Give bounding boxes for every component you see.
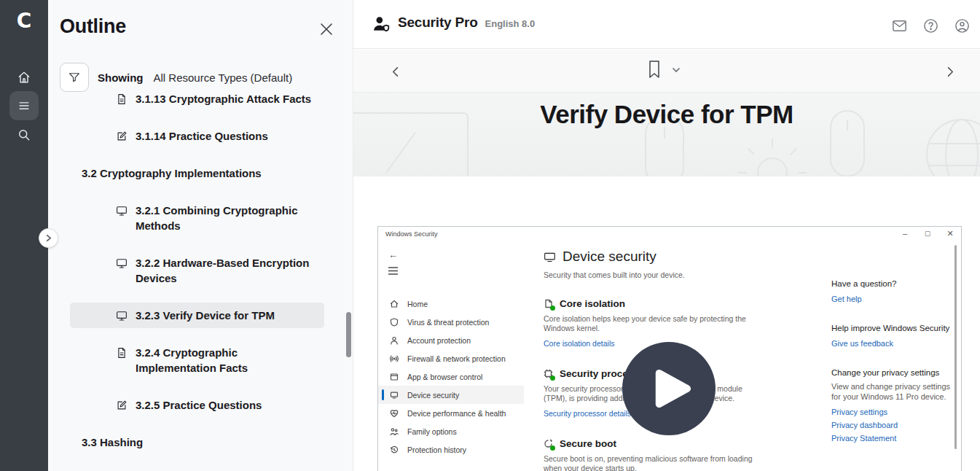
aside-link[interactable]: Privacy Statement [831, 432, 952, 445]
video-icon [115, 255, 129, 270]
section-title: Secure boot [560, 438, 616, 449]
minimize-icon[interactable]: – [900, 228, 910, 238]
outline-item-label: 3.2.4 Cryptographic Implementation Facts [136, 345, 320, 375]
aside-title: Have a question? [831, 279, 952, 288]
aside-link[interactable]: Get help [831, 292, 952, 305]
course-version: English 8.0 [485, 18, 536, 29]
app-window: C Outline Showing All Resource Types (De… [0, 0, 980, 471]
outline-panel: Outline Showing All Resource Types (Defa… [48, 0, 353, 471]
maximize-icon[interactable]: ▢ [922, 228, 933, 238]
winsec-nav-label: Firewall & network protection [407, 354, 506, 363]
aside-group: Change your privacy settingsView and cha… [831, 368, 952, 445]
outline-item[interactable]: 3.1.13 Cryptographic Attack Facts [70, 92, 324, 112]
previous-lesson-icon[interactable] [385, 61, 406, 82]
bookmark-icon[interactable] [647, 60, 662, 82]
home-icon [390, 299, 399, 308]
outline-item[interactable]: 3.2.1 Combining Cryptographic Methods [70, 198, 324, 238]
outline-item-label: 3.1.13 Cryptographic Attack Facts [136, 92, 311, 106]
section-link[interactable]: Security processor details [544, 409, 631, 418]
help-icon[interactable] [921, 16, 940, 35]
security-processor-icon [544, 369, 554, 379]
close-icon[interactable] [318, 20, 335, 38]
winsec-nav-home[interactable]: Home [378, 295, 524, 313]
section-body: Core isolation helps keep your device sa… [544, 314, 756, 332]
main-area: Security Pro English 8.0 [353, 0, 980, 471]
winsec-nav-virus-threat-protection[interactable]: Virus & threat protection [378, 313, 524, 331]
outline-scrollbar[interactable] [346, 312, 351, 357]
winsec-section-secure-boot: Secure bootSecure boot is on, preventing… [544, 438, 756, 471]
outline-list: 3.1.13 Cryptographic Attack Facts3.1.14 … [48, 92, 353, 471]
window-titlebar: Windows Security – ▢ ✕ [378, 227, 961, 242]
filter-value[interactable]: All Resource Types (Default) [154, 71, 293, 84]
search-icon[interactable] [9, 120, 39, 149]
section-link[interactable]: Core isolation details [544, 339, 614, 348]
aside-link[interactable]: Give us feedback [831, 337, 952, 350]
next-lesson-icon[interactable] [939, 61, 960, 82]
health-icon [390, 408, 399, 418]
winsec-nav-firewall-network-protection[interactable]: Firewall & network protection [378, 349, 524, 367]
nav-menu-icon[interactable] [388, 265, 398, 278]
window-title: Windows Security [385, 230, 438, 238]
aside-link[interactable]: Privacy dashboard [831, 419, 952, 432]
winsec-nav-label: Virus & threat protection [407, 318, 489, 327]
back-arrow-icon[interactable]: ← [388, 249, 398, 260]
window-close-icon[interactable]: ✕ [945, 228, 955, 238]
outline-item-label: 3.2.3 Verify Device for TPM [136, 308, 275, 323]
filter-label: Showing [98, 71, 144, 84]
bookmark-control[interactable] [647, 60, 681, 82]
aside-group: Have a question?Get help [831, 279, 952, 305]
outline-item-label: 3.2.5 Practice Questions [136, 397, 262, 413]
video-player: Windows Security – ▢ ✕ ← HomeVirus & thr… [353, 176, 980, 471]
aside-group: Help improve Windows SecurityGive us fee… [831, 324, 952, 350]
aside-body: View and change privacy settings for you… [831, 381, 952, 402]
winsec-nav-device-performance-health[interactable]: Device performance & health [378, 404, 524, 422]
brand-logo: C [0, 9, 48, 33]
section-title: Core isolation [560, 298, 625, 309]
play-button[interactable] [622, 342, 716, 435]
aside-link[interactable]: Privacy settings [831, 405, 952, 419]
winsec-nav-account-protection[interactable]: Account protection [378, 331, 524, 349]
winsec-nav-protection-history[interactable]: Protection history [378, 440, 524, 459]
page-title: Device security [562, 249, 656, 265]
winsec-nav-device-security[interactable]: Device security [378, 386, 524, 404]
outline-item[interactable]: 3.1.14 Practice Questions [70, 123, 324, 149]
lesson-toolbar [353, 50, 980, 93]
outline-item-label: 3.3 Hashing [82, 435, 143, 450]
shield-icon [390, 317, 399, 327]
winsec-nav-label: Device security [407, 391, 459, 400]
outline-filter-row: Showing All Resource Types (Default) [60, 63, 292, 92]
panel-collapse-toggle[interactable] [39, 228, 58, 248]
course-title: Security Pro [398, 15, 478, 31]
core-isolation-icon [544, 299, 554, 309]
outline-item[interactable]: 3.2.3 Verify Device for TPM [70, 303, 324, 328]
winsec-nav-app-browser-control[interactable]: App & browser control [378, 367, 524, 386]
person-icon [390, 335, 399, 345]
outline-item[interactable]: 3.2.4 Cryptographic Implementation Facts [70, 340, 324, 381]
windows-security-nav: ← HomeVirus & threat protectionAccount p… [378, 242, 524, 471]
aside-title: Change your privacy settings [831, 368, 952, 377]
winsec-nav-label: Protection history [407, 445, 466, 454]
lesson-banner: Verify Device for TPM [353, 93, 980, 176]
filter-icon[interactable] [60, 63, 89, 92]
outline-item[interactable]: 3.2.5 Practice Questions [70, 392, 324, 418]
outline-item[interactable]: 3.3.1 Hashing [70, 467, 324, 471]
secure-boot-icon [544, 439, 554, 449]
menu-icon[interactable] [9, 91, 39, 120]
edit-icon [115, 397, 129, 413]
chevron-down-icon[interactable] [672, 64, 681, 77]
document-icon [115, 92, 129, 106]
document-icon [115, 345, 129, 360]
winsec-nav-label: Device performance & health [407, 409, 506, 418]
winsec-nav-label: Account protection [407, 336, 471, 345]
outline-section-header[interactable]: 3.3 Hashing [70, 429, 324, 455]
account-icon[interactable] [952, 16, 971, 35]
winsec-nav-family-options[interactable]: Family options [378, 422, 524, 440]
section-body: Secure boot is on, preventing malicious … [544, 454, 756, 471]
outline-section-header[interactable]: 3.2 Cryptography Implementations [70, 160, 324, 186]
mail-icon[interactable] [890, 16, 909, 35]
window-scrollbar[interactable] [954, 245, 957, 449]
banner-gear-art [732, 133, 812, 176]
outline-item[interactable]: 3.2.2 Hardware-Based Encryption Devices [70, 250, 324, 291]
home-icon[interactable] [9, 63, 39, 92]
monitor-icon [390, 390, 399, 400]
